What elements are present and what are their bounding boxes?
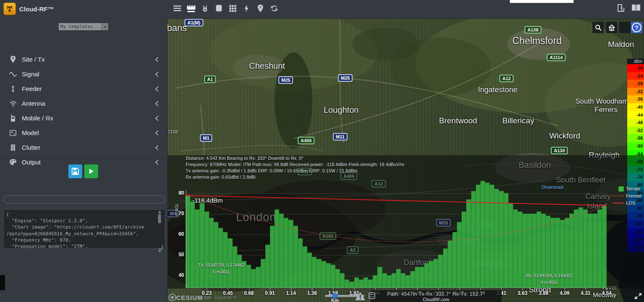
scale-cell: -20 [627,64,644,72]
scale-cell: -32 [627,88,644,96]
sidebar-item-model[interactable]: Model [0,125,167,140]
sidebar-item-mobile-rx[interactable]: Mobile / Rx [0,111,167,125]
expand-chart-icon[interactable] [634,293,642,301]
play-icon [88,168,94,174]
scale-cell: -40 [627,103,644,111]
scale-cell: -56 [627,134,644,142]
radio-icon [9,115,17,122]
map-home-button[interactable] [606,22,617,33]
exit-door-icon[interactable] [617,4,626,14]
palette-icon [9,159,17,165]
scale-cell: -24 [627,72,644,80]
scale-cell: -48 [627,119,644,127]
run-button[interactable] [84,164,98,178]
dbm-scale-title: dBm [627,59,644,64]
updown-icon [9,86,17,92]
map-search-button[interactable] [592,22,604,33]
chevron-left-icon [155,115,161,121]
calculator-icon [9,130,17,136]
ruler-icon[interactable] [187,3,196,14]
bottom-left-artifact [0,275,5,290]
pin-question-icon[interactable]: ? [256,3,265,14]
range-slider[interactable] [325,295,364,297]
cloudrf-logo[interactable] [3,3,16,15]
chevron-left-icon [155,57,161,62]
help-button[interactable]: ? [631,22,642,33]
antenna-logo-icon [5,5,14,13]
scroll-down-icon[interactable] [158,250,161,253]
app-title: Cloud-RF™ [19,5,54,13]
book-icon[interactable] [631,4,641,14]
home-icon [608,24,615,31]
chevron-left-icon [155,86,161,91]
sidebar-item-output[interactable]: Output [0,155,167,169]
cesium-credit-link[interactable]: CESIUM ion Cloud-RF™ [169,294,236,301]
sidebar-item-feeder[interactable]: Feeder [0,81,167,96]
chevron-left-icon [155,71,161,77]
pin-icon [9,56,17,63]
wifi-icon [9,101,17,107]
scale-cell: -52 [627,127,644,135]
top-bar: Cloud-RF™ ? [0,0,644,19]
sidebar-divider [0,158,167,159]
save-button[interactable] [68,164,82,178]
medal-icon[interactable] [200,3,210,14]
scale-cell: -44 [627,111,644,119]
sine-icon [9,72,17,77]
textarea-scrollbar[interactable] [157,210,162,249]
profile-chart-overlay [168,155,644,289]
scale-cell: -60 [627,142,644,150]
menu-icon[interactable] [173,3,182,14]
chevron-left-icon [155,101,161,106]
scroll-up-icon[interactable] [158,211,161,213]
scrollbar-thumb[interactable] [158,214,161,223]
search-icon [595,24,602,31]
scale-cell: -36 [627,95,644,103]
svg-text:?: ? [259,5,262,10]
chevron-down-icon: ▾ [101,23,108,30]
database-icon[interactable] [214,3,223,14]
textarea-resize-handle[interactable] [158,245,163,249]
building-icon [9,144,17,151]
grid-icon[interactable] [228,3,237,14]
save-floppy-icon [72,168,79,175]
download-link[interactable]: Download [542,185,563,190]
bolt-icon[interactable] [242,3,251,14]
chevron-left-icon [155,130,161,135]
app-window: bansChelmsfordMaldonCheshuntIngatestoneS… [0,0,644,302]
recycle-icon[interactable] [270,3,279,14]
cesium-logo-icon [169,294,176,301]
active-tool-underline [187,11,195,12]
top-white-strip [510,0,574,3]
sidebar-item-signal[interactable]: Signal [0,67,167,81]
map-extra-button[interactable] [619,22,631,33]
templates-select[interactable]: My templates... ▾ [59,23,108,30]
question-icon: ? [632,23,641,32]
chevron-left-icon [155,145,161,150]
sidebar: My templates... ▾ Site / Tx Signal Feede… [0,18,168,302]
json-output-textarea[interactable]: { "Engine": "Sleipnir 1.3.0", "Chart ima… [3,209,165,249]
dbm-color-scale: dBm -20-24-28-32-36-40-44-48-52-56-60-64… [627,59,644,64]
sidebar-item-clutter[interactable]: Clutter [0,140,167,155]
sidebar-item-antenna[interactable]: Antenna [0,96,167,111]
chevron-left-icon [155,159,161,165]
slider-thumb[interactable] [332,293,338,299]
template-name-input[interactable] [3,195,165,203]
sidebar-item-site-tx[interactable]: Site / Tx [0,52,167,67]
cloudrf-credit: Cloud-RF™ [214,295,236,300]
scale-cell: -28 [627,80,644,88]
